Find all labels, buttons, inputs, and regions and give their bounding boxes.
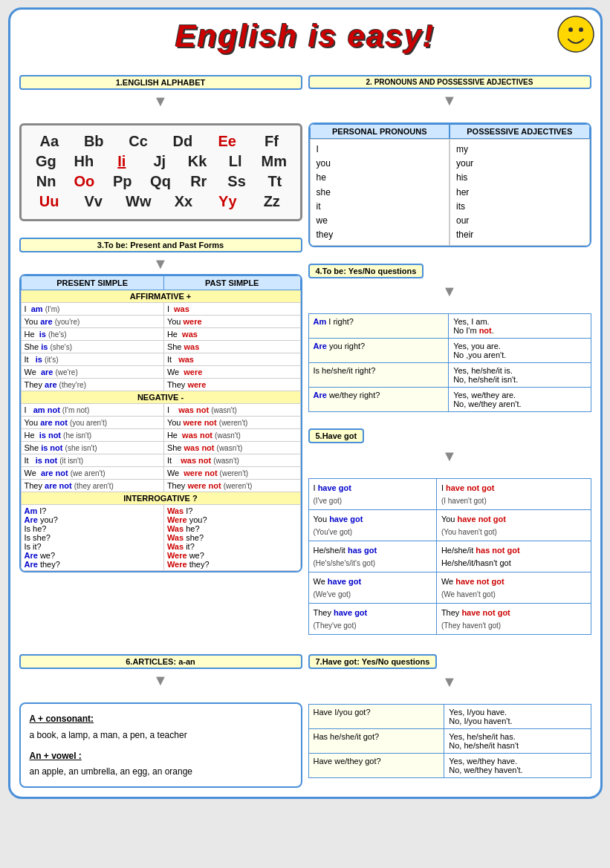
havegot-row-5: They have got(They've got) They have not… (308, 604, 591, 635)
tobe-neg-row-5: It is not (it isn't) It was not (wasn't) (21, 454, 300, 467)
smiley-icon (557, 16, 594, 53)
present-simple-header: PRESENT SIMPLE (21, 276, 163, 290)
tobe-aff-row-1: I am (I'm) I was (21, 303, 300, 316)
tobe-neg-present-7: They are not (they aren't) (21, 480, 163, 492)
letter-Ll: Ll (224, 153, 247, 170)
interrogative-label: INTERROGATIVE ? (21, 492, 300, 505)
letter-Ii: Ii (110, 153, 134, 170)
a-examples: a book, a lamp, a man, a pen, a teacher (30, 728, 292, 744)
bottom-row: 6.ARTICLES: a-an ▼ A + consonant: a book… (19, 641, 591, 787)
pronouns-box: PERSONAL PRONOUNS POSSESSIVE ADJECTIVES … (308, 123, 591, 247)
letter-Oo: Oo (72, 173, 96, 190)
letter-Aa: Aa (37, 133, 61, 150)
tobe-section: 3.To be: Present and Past Forms ▼ PRESEN… (19, 238, 302, 572)
yesno-row-3: Is he/she/it right? Yes, he/she/it is.No… (308, 363, 591, 388)
yesno-a-2: Yes, you are.No ,you aren't. (449, 339, 591, 363)
tobe-neg-past-3: He was not (wasn't) (163, 429, 300, 442)
negative-header-row: NEGATIVE - (21, 391, 300, 404)
letter-Ff: Ff (260, 133, 284, 150)
yesno-a-4: Yes, we/they are.No, we/they aren't. (449, 388, 591, 412)
tobe-aff-row-6: We are (we're) We were (21, 366, 300, 379)
yesno-q-4: Are we/they right? (308, 388, 449, 412)
letter-Zz: Zz (260, 193, 284, 210)
tobe-neg-past-4: She was not (wasn't) (163, 442, 300, 454)
havegot-arrow: ▼ (308, 448, 591, 465)
tobe-label: 3.To be: Present and Past Forms (19, 238, 302, 252)
tobe-table: PRESENT SIMPLE PAST SIMPLE AFFIRMATIVE + (21, 275, 301, 571)
tobe-neg-row-6: We are not (we aren't) We were not (were… (21, 467, 300, 480)
havegot-neg-2: You have not got(You haven't got) (436, 510, 591, 541)
havegot-neg-5: They have not got(They haven't got) (436, 604, 591, 635)
tobe-aff-row-4: She is (she's) She was (21, 341, 300, 353)
tobe-neg-past-5: It was not (wasn't) (163, 454, 300, 467)
page: English is easy! 1.ENGLISH ALPHABET ▼ Aa… (8, 7, 603, 799)
an-rule: An + vowel : (30, 748, 292, 765)
havegot-neg-4: We have not got(We haven't got) (436, 572, 591, 604)
letter-Uu: Uu (37, 193, 61, 210)
tobe-aff-past-6: We were (163, 366, 300, 379)
tobe-neg-past-1: I was not (wasn't) (163, 404, 300, 417)
letter-Pp: Pp (111, 173, 134, 190)
havegot-yesno-table: Have I/you got? Yes, I/you have.No, I/yo… (308, 704, 591, 778)
pronouns-label: 2. PRONOUNS AND POSSESSIVE ADJECTIVES (308, 75, 591, 89)
tobe-int-present: Am I? Are you? Is he? Is she? Is it? Are… (21, 505, 163, 571)
havegot-pos-1: I have got(I've got) (308, 479, 436, 510)
alphabet-label: 1.ENGLISH ALPHABET (19, 75, 302, 90)
affirmative-header-row: AFFIRMATIVE + (21, 290, 300, 303)
tobe-aff-present-7: They are (they're) (21, 379, 163, 391)
letter-Jj: Jj (148, 153, 172, 170)
alphabet-arrow: ▼ (19, 93, 302, 110)
tobe-neg-present-2: You are not (you aren't) (21, 417, 163, 429)
letter-Qq: Qq (149, 173, 172, 190)
havegot-pos-4: We have got(We've got) (308, 572, 436, 604)
personal-pronouns-cell: Iyouhesheitwethey (310, 139, 450, 246)
havegot-yesno-section: 7.Have got: Yes/No questions ▼ Have I/yo… (308, 654, 591, 787)
alphabet-row-1: Aa Bb Cc Dd Ee Ff (27, 133, 294, 150)
havegot-row-2: You have got(You've got) You have not go… (308, 510, 591, 541)
tobe-aff-past-4: She was (163, 341, 300, 353)
havegot-neg-3: He/she/it has not gotHe/she/it/hasn't go… (436, 541, 591, 572)
letter-Dd: Dd (171, 133, 195, 150)
possessive-adj-cell: myyourhisheritsourtheir (450, 139, 590, 246)
havegot-yesno-row-2: Has he/she/it got? Yes, he/she/it has.No… (308, 729, 591, 754)
tobe-int-row: Am I? Are you? Is he? Is she? Is it? Are… (21, 505, 300, 571)
alphabet-row-2: Gg Hh Ii Jj Kk Ll Mm (27, 153, 294, 170)
pronouns-arrow: ▼ (308, 92, 591, 109)
letter-Tt: Tt (263, 173, 287, 190)
interrogative-header-row: INTERROGATIVE ? (21, 492, 300, 505)
tobe-aff-past-1: I was (163, 303, 300, 316)
tobe-arrow: ▼ (19, 255, 302, 273)
letter-Xx: Xx (172, 193, 195, 210)
pronouns-header: PERSONAL PRONOUNS POSSESSIVE ADJECTIVES (310, 124, 590, 139)
havegot-label: 5.Have got (308, 428, 365, 443)
an-examples: an apple, an umbrella, an egg, an orange (30, 764, 292, 780)
tobe-neg-present-5: It is not (it isn't) (21, 454, 163, 467)
a-rule: A + consonant: (30, 711, 292, 728)
tobe-neg-row-1: I am not (I'm not) I was not (wasn't) (21, 404, 300, 417)
tobe-aff-present-2: You are (you're) (21, 316, 163, 328)
tobe-aff-past-3: He was (163, 328, 300, 341)
havegot-yesno-label: 7.Have got: Yes/No questions (308, 654, 438, 669)
alphabet-row-4: Uu Vv Ww Xx Yy Zz (27, 193, 294, 210)
tobe-neg-present-3: He is not (he isn't) (21, 429, 163, 442)
letter-Cc: Cc (126, 133, 150, 150)
tobe-neg-present-6: We are not (we aren't) (21, 467, 163, 480)
letter-Ee: Ee (215, 133, 239, 150)
letter-Ss: Ss (225, 173, 249, 190)
yesno-row-2: Are you right? Yes, you are.No ,you aren… (308, 339, 591, 363)
havegot-yesno-a-1: Yes, I/you have.No, I/you haven't. (444, 705, 591, 729)
tobe-aff-present-6: We are (we're) (21, 366, 163, 379)
havegot-pos-5: They have got(They've got) (308, 604, 436, 635)
letter-Rr: Rr (186, 173, 210, 190)
articles-arrow: ▼ (19, 672, 302, 689)
articles-section: 6.ARTICLES: a-an ▼ A + consonant: a book… (19, 654, 302, 787)
havegot-table: I have got(I've got) I have not got(I ha… (308, 478, 591, 635)
tobe-int-past: Was I? Were you? Was he? Was she? Was it… (163, 505, 300, 571)
yesno-q-3: Is he/she/it right? (308, 363, 449, 388)
letter-Bb: Bb (82, 133, 106, 150)
letter-Kk: Kk (186, 153, 210, 170)
letter-Gg: Gg (34, 153, 58, 170)
tobe-aff-past-5: It was (163, 353, 300, 366)
havegot-yesno-q-2: Has he/she/it got? (308, 729, 444, 754)
havegot-pos-3: He/she/it has got(He's/she's/it's got) (308, 541, 436, 572)
